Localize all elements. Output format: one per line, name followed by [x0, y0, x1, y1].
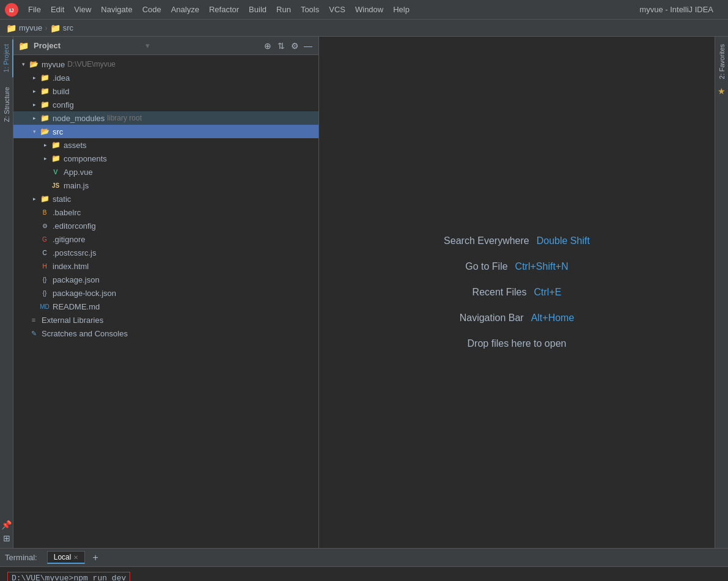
breadcrumb-myvue[interactable]: myvue: [19, 23, 42, 32]
main-layout: 1: Project Z: Structure 📌 ⊞ 📁 Project ▾ …: [0, 37, 728, 548]
dropdown-arrow[interactable]: ▾: [145, 41, 150, 50]
side-tabs-left: 1: Project Z: Structure 📌 ⊞: [0, 37, 13, 548]
shortcut-drop-files: Drop files here to open: [468, 338, 567, 349]
menu-item-analyze[interactable]: Analyze: [166, 0, 204, 20]
tree-icon-build: 📁: [39, 87, 50, 95]
project-panel: 📁 Project ▾ ⊕ ⇅ ⚙ — ▾📂myvueD:\VUE\myvue▸…: [13, 37, 319, 548]
add-tab-button[interactable]: +: [90, 552, 100, 563]
arrows-icon[interactable]: ⇅: [276, 40, 287, 51]
tree-item-postcssrc[interactable]: C.postcssrc.js: [13, 246, 318, 259]
tree-label-components: components: [64, 154, 107, 163]
tree-icon-components: 📁: [50, 154, 61, 163]
gear-icon[interactable]: ⚙: [289, 40, 300, 51]
tree-arrow-assets[interactable]: ▸: [40, 142, 50, 148]
tree-label-package_json: package.json: [53, 275, 100, 284]
terminal-tabs: Terminal: Local ✕ +: [0, 549, 728, 567]
tree-label-scratches: Scratches and Consoles: [42, 329, 128, 338]
tab-close-icon[interactable]: ✕: [73, 554, 78, 561]
tree-item-idea[interactable]: ▸📁.idea: [13, 71, 318, 84]
terminal-label: Terminal:: [5, 553, 42, 562]
tree-item-static[interactable]: ▸📁static: [13, 192, 318, 205]
tab-local-label: Local: [54, 553, 72, 561]
tree-item-node_modules[interactable]: ▸📁node_moduleslibrary root: [13, 111, 318, 125]
pin-icon[interactable]: 📌: [1, 520, 12, 530]
menu-item-edit[interactable]: Edit: [46, 0, 69, 20]
tree-item-ext_libs[interactable]: ≡External Libraries: [13, 313, 318, 327]
menu-item-window[interactable]: Window: [350, 0, 388, 20]
tree-item-package_json[interactable]: {}package.json: [13, 273, 318, 286]
tree-item-myvue[interactable]: ▾📂myvueD:\VUE\myvue: [13, 57, 318, 71]
tree-icon-package_lock: {}: [39, 290, 50, 297]
tree-icon-editorconfig: ⚙: [39, 223, 50, 229]
tree-item-scratches[interactable]: ✎Scratches and Consoles: [13, 327, 318, 340]
breadcrumb-folder-icon-2: 📁: [50, 23, 61, 33]
shortcut-search-everywhere: Search Everywhere Double Shift: [444, 235, 590, 246]
menu-item-help[interactable]: Help: [388, 0, 414, 20]
app-icon: IJ: [5, 3, 18, 17]
menu-item-tools[interactable]: Tools: [296, 0, 324, 20]
tree-item-main_js[interactable]: JSmain.js: [13, 179, 318, 192]
sidebar-tab-structure[interactable]: Z: Structure: [1, 82, 13, 127]
tree-arrow-src[interactable]: ▾: [29, 128, 39, 135]
menu-item-file[interactable]: File: [23, 0, 46, 20]
tree-arrow-myvue[interactable]: ▾: [18, 61, 28, 67]
shortcut-key-nav: Alt+Home: [531, 313, 575, 324]
menu-item-code[interactable]: Code: [138, 0, 166, 20]
tree-icon-node_modules: 📁: [39, 114, 50, 122]
sidebar-tab-project[interactable]: 1: Project: [0, 39, 13, 77]
breadcrumb-sep: ›: [45, 23, 47, 32]
tree-arrow-config[interactable]: ▸: [29, 102, 39, 108]
tree-item-components[interactable]: ▸📁components: [13, 152, 318, 165]
tree-item-package_lock[interactable]: {}package-lock.json: [13, 286, 318, 300]
breadcrumb-src[interactable]: src: [63, 23, 73, 32]
menu-item-run[interactable]: Run: [271, 0, 296, 20]
menu-item-view[interactable]: View: [69, 0, 96, 20]
tree-arrow-build[interactable]: ▸: [29, 88, 39, 94]
globe-icon[interactable]: ⊕: [262, 40, 273, 51]
tree-item-app_vue[interactable]: VApp.vue: [13, 165, 318, 179]
shortcut-key-goto: Ctrl+Shift+N: [515, 261, 568, 272]
tree-extra-node_modules: library root: [107, 114, 142, 122]
menu-bar: FileEditViewNavigateCodeAnalyzeRefactorB…: [23, 0, 639, 20]
tree-arrow-components[interactable]: ▸: [40, 155, 50, 161]
tree-label-assets: assets: [64, 141, 87, 150]
svg-text:IJ: IJ: [9, 7, 14, 13]
menu-item-vcs[interactable]: VCS: [324, 0, 350, 20]
tree-item-assets[interactable]: ▸📁assets: [13, 138, 318, 152]
tree-label-config: config: [53, 100, 74, 109]
tree-icon-index_html: H: [39, 263, 50, 270]
tree-item-build[interactable]: ▸📁build: [13, 84, 318, 98]
menu-item-build[interactable]: Build: [244, 0, 271, 20]
star-icon[interactable]: ★: [718, 86, 726, 96]
minimize-icon[interactable]: —: [303, 40, 314, 51]
tree-item-babelrc[interactable]: B.babelrc: [13, 205, 318, 219]
tree-item-editorconfig[interactable]: ⚙.editorconfig: [13, 219, 318, 232]
editor-area: Search Everywhere Double Shift Go to Fil…: [319, 37, 715, 548]
shortcut-label-search: Search Everywhere: [444, 235, 529, 246]
shortcut-nav-bar: Navigation Bar Alt+Home: [460, 313, 575, 324]
tree-label-gitignore: .gitignore: [53, 235, 85, 244]
menu-item-refactor[interactable]: Refactor: [204, 0, 244, 20]
terminal-side-icon[interactable]: ⊞: [3, 533, 10, 543]
tree-arrow-node_modules[interactable]: ▸: [29, 115, 39, 121]
tree-item-src[interactable]: ▾📂src: [13, 125, 318, 138]
tree-icon-idea: 📁: [39, 73, 50, 82]
tree-icon-readme: MD: [39, 303, 50, 310]
shortcut-label-nav: Navigation Bar: [460, 313, 524, 324]
tree-label-editorconfig: .editorconfig: [53, 221, 96, 231]
tree-arrow-idea[interactable]: ▸: [29, 75, 39, 81]
tree-item-readme[interactable]: MDREADME.md: [13, 300, 318, 313]
tree-item-gitignore[interactable]: G.gitignore: [13, 232, 318, 246]
tree-label-myvue: myvue: [42, 60, 65, 69]
tree-icon-app_vue: V: [50, 168, 61, 176]
tree-item-index_html[interactable]: Hindex.html: [13, 259, 318, 273]
tree-item-config[interactable]: ▸📁config: [13, 98, 318, 111]
sidebar-tab-favorites[interactable]: 2: Favorites: [716, 39, 728, 84]
tree-label-index_html: index.html: [53, 262, 89, 271]
tree-arrow-static[interactable]: ▸: [29, 196, 39, 202]
terminal-tab-local[interactable]: Local ✕: [47, 551, 86, 564]
shortcut-key-recent: Ctrl+E: [534, 287, 562, 298]
breadcrumb-bar: 📁 myvue › 📁 src: [0, 20, 728, 37]
shortcut-goto-file: Go to File Ctrl+Shift+N: [465, 261, 568, 272]
menu-item-navigate[interactable]: Navigate: [96, 0, 137, 20]
